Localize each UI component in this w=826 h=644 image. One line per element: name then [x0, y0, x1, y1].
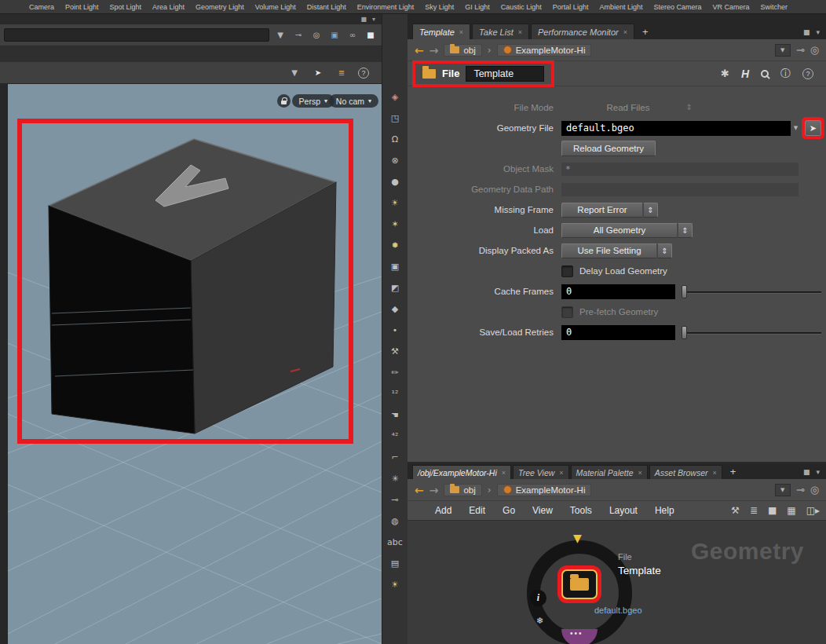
- menu-item[interactable]: Add: [426, 505, 460, 516]
- ruler-icon[interactable]: ⌐: [391, 450, 398, 465]
- viewport-3d[interactable]: Persp ▾ No cam ▾: [0, 84, 382, 644]
- tab-close-icon[interactable]: ×: [518, 28, 522, 36]
- geometry-file-input[interactable]: default.bgeo: [561, 121, 791, 136]
- select-cursor-icon[interactable]: ➤: [311, 67, 325, 79]
- menu-item[interactable]: Edit: [460, 505, 494, 516]
- radial-up-arrow-icon[interactable]: ▼: [573, 532, 582, 544]
- sort-list-icon[interactable]: ≣: [334, 67, 349, 79]
- export-icon[interactable]: ◳: [391, 111, 399, 126]
- breadcrumb-root[interactable]: obj: [444, 44, 481, 57]
- snapshot-icon[interactable]: ▣: [327, 29, 342, 42]
- load-updown-icon[interactable]: ⇕: [678, 223, 693, 238]
- flipbook-icon[interactable]: ■: [364, 29, 378, 42]
- shelf-tool[interactable]: Portal Light: [547, 3, 594, 11]
- breadcrumb-root[interactable]: obj: [444, 484, 481, 496]
- back-arrow-icon[interactable]: ←: [415, 484, 424, 496]
- display-packed-as-menu[interactable]: Use File Setting: [561, 243, 657, 258]
- light-bulb-icon[interactable]: ☀: [391, 577, 399, 592]
- cache-frames-input[interactable]: 0: [561, 284, 675, 299]
- shadow-icon[interactable]: ◩: [391, 280, 399, 295]
- menu-item[interactable]: Help: [646, 505, 683, 516]
- pane-tab[interactable]: Template ×: [412, 24, 470, 39]
- new-tab-button[interactable]: +: [636, 24, 655, 39]
- shelf-tool[interactable]: Geometry Light: [190, 3, 250, 11]
- pin-icon[interactable]: ⊸: [796, 484, 805, 496]
- save-load-retries-slider[interactable]: [682, 325, 821, 340]
- camera-selector[interactable]: [4, 28, 269, 42]
- pane-tab[interactable]: /obj/ExampleMotor-Hi ×: [412, 465, 511, 479]
- geometry-file-dropdown-icon[interactable]: ▼: [791, 121, 801, 136]
- snowflake-icon[interactable]: ❄: [536, 616, 543, 626]
- pane-tab[interactable]: Tree View ×: [513, 465, 569, 479]
- menu-item[interactable]: Go: [494, 505, 524, 516]
- forward-arrow-icon[interactable]: →: [429, 484, 439, 496]
- shelf-tool[interactable]: Ambient Light: [594, 3, 648, 11]
- asterisk-icon[interactable]: ✳: [391, 471, 398, 486]
- mode-dropdown-icon[interactable]: ▼: [287, 67, 302, 79]
- info-icon[interactable]: ⓘ: [780, 67, 791, 81]
- camera-view-icon[interactable]: ▣: [391, 259, 399, 274]
- shelf-tool[interactable]: Spot Light: [104, 3, 148, 11]
- delay-load-checkbox[interactable]: [561, 265, 573, 277]
- view-perspective-selector[interactable]: Persp ▾: [292, 94, 334, 108]
- node-name-field[interactable]: Template: [466, 66, 544, 82]
- abc-icon[interactable]: abc: [387, 535, 403, 550]
- pin-icon[interactable]: ⊸: [391, 492, 398, 507]
- menu-item[interactable]: Tools: [561, 505, 601, 516]
- list-icon[interactable]: ≣: [750, 505, 758, 516]
- spot-light-icon[interactable]: ✹: [391, 238, 398, 253]
- shelf-tool[interactable]: GI Light: [459, 3, 495, 11]
- save-load-retries-input[interactable]: 0: [561, 325, 675, 340]
- pane-maximize-icon[interactable]: ■: [803, 28, 810, 36]
- slider-handle[interactable]: [682, 285, 687, 298]
- missing-frame-menu[interactable]: Report Error: [561, 203, 643, 218]
- tab-close-icon[interactable]: ×: [559, 469, 563, 477]
- fill-icon[interactable]: ■: [768, 505, 777, 516]
- prim-numbers-icon[interactable]: ⁴²: [392, 429, 399, 444]
- pane-maximize-icon[interactable]: ■: [803, 468, 810, 476]
- shelf-tool[interactable]: Point Light: [60, 3, 104, 11]
- forward-arrow-icon[interactable]: →: [429, 44, 439, 57]
- material-shader-icon[interactable]: ◆: [392, 302, 398, 317]
- pin-icon[interactable]: ⊸: [291, 29, 305, 42]
- menu-item[interactable]: View: [524, 505, 561, 516]
- tab-close-icon[interactable]: ×: [638, 469, 642, 477]
- shelf-tool[interactable]: Stereo Camera: [648, 3, 707, 11]
- cache-frames-slider[interactable]: [682, 284, 821, 299]
- wrench-icon[interactable]: ⚒: [731, 505, 740, 516]
- tab-close-icon[interactable]: ×: [459, 28, 463, 36]
- file-chooser-button[interactable]: ➤: [805, 120, 821, 136]
- path-dropdown[interactable]: ▼: [775, 44, 791, 57]
- pane-tab[interactable]: Take List ×: [472, 24, 529, 39]
- point-numbers-icon[interactable]: ¹²: [392, 386, 399, 401]
- breadcrumb-node[interactable]: ExampleMotor-Hi: [497, 44, 592, 57]
- shelf-tool[interactable]: Sky Light: [419, 3, 459, 11]
- pane-menu-icon[interactable]: ▾: [816, 28, 820, 36]
- display-packed-as-updown-icon[interactable]: ⇕: [657, 243, 672, 258]
- shelf-tool[interactable]: VR Camera: [707, 3, 755, 11]
- pane-maximize-icon[interactable]: ■: [360, 16, 367, 23]
- path-dropdown[interactable]: ▼: [775, 484, 791, 496]
- pause-icon[interactable]: ◍: [391, 514, 399, 529]
- help-icon[interactable]: ?: [802, 68, 813, 79]
- pane-tab[interactable]: Performance Monitor ×: [531, 24, 634, 39]
- network-editor[interactable]: Geometry ▼ i File Template default.bgeo …: [408, 520, 826, 644]
- pane-menu-icon[interactable]: ▾: [816, 468, 820, 476]
- pin-icon[interactable]: ⊸: [796, 44, 805, 56]
- link-radial-icon[interactable]: ◎: [810, 44, 819, 56]
- shelf-tool[interactable]: Switcher: [755, 3, 793, 11]
- stereo-glasses-icon[interactable]: ∞: [345, 29, 360, 42]
- tab-close-icon[interactable]: ×: [502, 469, 506, 477]
- pane-menu-icon[interactable]: ▾: [372, 16, 375, 23]
- tab-close-icon[interactable]: ×: [623, 28, 627, 36]
- node-info-button[interactable]: i: [530, 590, 546, 606]
- shelf-tool[interactable]: Volume Light: [250, 3, 302, 11]
- gear-icon[interactable]: ✱: [721, 68, 729, 79]
- shelf-tool[interactable]: Caustic Light: [495, 3, 547, 11]
- slider-handle[interactable]: [682, 326, 687, 339]
- hammer-icon[interactable]: ⚒: [391, 344, 399, 359]
- menu-item[interactable]: Layout: [601, 505, 646, 516]
- link-radial-icon[interactable]: ◎: [810, 484, 819, 496]
- shelf-tool[interactable]: Camera: [24, 3, 60, 11]
- shelf-tool[interactable]: Distant Light: [302, 3, 352, 11]
